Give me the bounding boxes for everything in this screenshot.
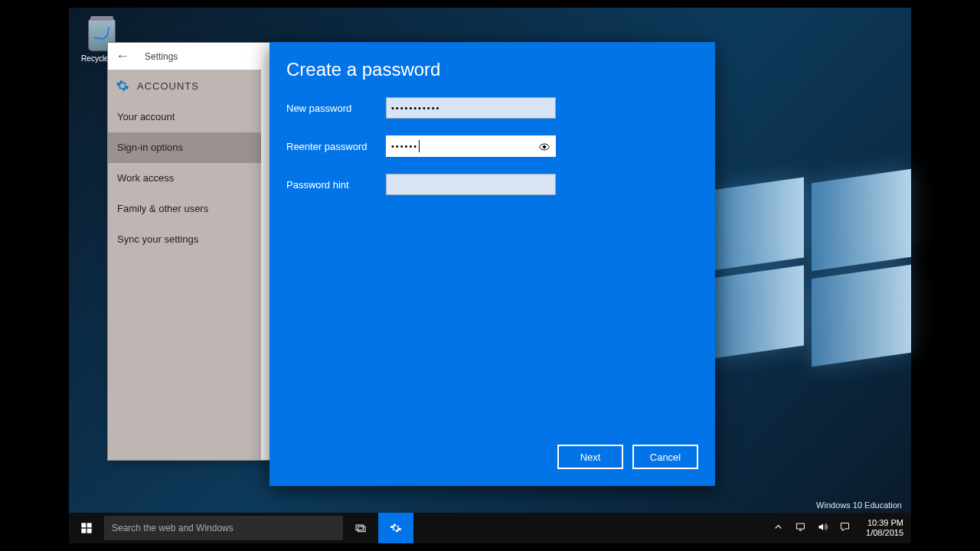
svg-rect-5 [356, 525, 363, 530]
create-password-dialog: Create a password New password •••••••••… [270, 42, 715, 486]
clock-date: 1/08/2015 [866, 528, 903, 538]
start-button[interactable] [69, 513, 104, 543]
sidebar-item-signin-options[interactable]: Sign-in options [108, 132, 261, 163]
svg-rect-4 [87, 529, 92, 533]
new-password-label: New password [286, 103, 386, 114]
svg-rect-6 [358, 527, 365, 532]
reveal-password-icon[interactable] [538, 141, 550, 156]
cancel-button[interactable]: Cancel [632, 445, 698, 469]
next-button[interactable]: Next [557, 445, 623, 469]
svg-point-0 [543, 145, 545, 148]
reenter-password-label: Reenter password [286, 141, 386, 152]
dialog-title: Create a password [286, 59, 715, 80]
sidebar-item-sync[interactable]: Sync your settings [108, 224, 261, 255]
svg-rect-3 [81, 529, 86, 533]
taskbar: Search the web and Windows 10:39 PM 1/08… [69, 513, 911, 543]
gear-icon [116, 79, 129, 93]
task-view-button[interactable] [343, 513, 378, 543]
windows-logo-wallpaper [712, 184, 911, 360]
password-hint-label: Password hint [286, 179, 386, 191]
password-hint-input[interactable] [386, 174, 556, 195]
clock-time: 10:39 PM [866, 518, 903, 528]
svg-rect-1 [81, 523, 86, 527]
desktop: Recycle Bin ← Settings ACCOUNTS Your acc… [69, 8, 911, 543]
watermark: Windows 10 Education [816, 500, 902, 510]
tray-chevron-icon[interactable] [773, 521, 784, 535]
search-box[interactable]: Search the web and Windows [104, 516, 343, 540]
settings-sidebar: ACCOUNTS Your account Sign-in options Wo… [108, 70, 261, 460]
new-password-value: ••••••••••• [391, 103, 440, 112]
tray-network-icon[interactable] [795, 521, 806, 535]
sidebar-header: ACCOUNTS [108, 70, 261, 102]
sidebar-item-your-account[interactable]: Your account [108, 102, 261, 132]
reenter-password-input[interactable]: •••••• [386, 135, 556, 157]
text-cursor [419, 140, 420, 152]
system-tray: 10:39 PM 1/08/2015 [765, 518, 911, 538]
taskbar-clock[interactable]: 10:39 PM 1/08/2015 [866, 518, 903, 538]
tray-volume-icon[interactable] [817, 521, 828, 535]
svg-rect-2 [87, 523, 92, 527]
search-placeholder: Search the web and Windows [112, 523, 234, 533]
taskbar-app-settings[interactable] [378, 513, 413, 543]
settings-title: Settings [145, 51, 178, 62]
sidebar-item-work-access[interactable]: Work access [108, 163, 261, 194]
reenter-password-value: •••••• [391, 142, 418, 151]
new-password-input[interactable]: ••••••••••• [386, 97, 556, 119]
sidebar-header-label: ACCOUNTS [137, 80, 199, 92]
tray-notifications-icon[interactable] [839, 521, 851, 535]
sidebar-item-family[interactable]: Family & other users [108, 194, 261, 224]
back-button[interactable]: ← [116, 48, 129, 64]
svg-rect-7 [797, 523, 805, 529]
svg-rect-8 [799, 530, 802, 530]
